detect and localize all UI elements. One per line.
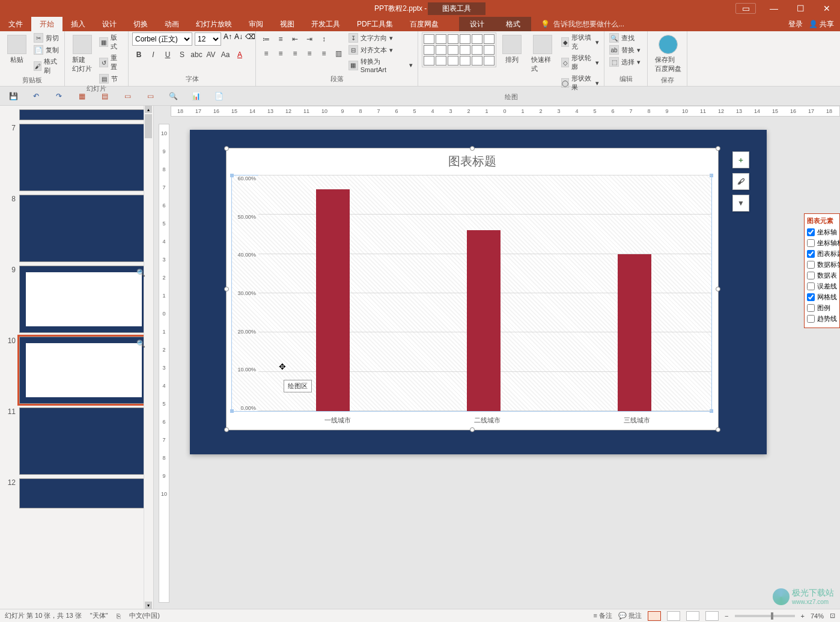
sorter-view-button[interactable] <box>667 611 680 621</box>
tab-slideshow[interactable]: 幻灯片放映 <box>187 17 240 31</box>
bar-1[interactable] <box>467 230 501 411</box>
shapes-gallery[interactable] <box>422 32 496 67</box>
decrease-font-icon[interactable]: A↓ <box>234 32 243 46</box>
zoom-level[interactable]: 74% <box>811 612 824 620</box>
format-painter-button[interactable]: 🖌格式刷 <box>32 56 61 76</box>
thumbnail-8[interactable]: 8 <box>5 195 148 262</box>
chart-element-option[interactable]: 坐标轴 <box>807 228 837 237</box>
smartart-button[interactable]: ▦转换为 SmartArt ▾ <box>347 56 414 74</box>
italic-button[interactable]: I <box>147 48 160 61</box>
plot-area[interactable]: 0.00%10.00%20.00%30.00%40.00%50.00%60.00… <box>231 175 712 412</box>
normal-view-button[interactable] <box>648 611 661 621</box>
bullets-button[interactable]: ≔ <box>260 32 273 46</box>
qat-icon-4[interactable]: ▭ <box>144 90 156 102</box>
slide-editor[interactable]: 1817161514131211109876543210123456789101… <box>154 106 840 609</box>
tab-insert[interactable]: 插入 <box>62 17 94 31</box>
slideshow-view-button[interactable] <box>705 611 719 621</box>
align-text-button[interactable]: ⊟对齐文本 ▾ <box>347 44 414 55</box>
align-left-button[interactable]: ≡ <box>260 47 273 60</box>
numbering-button[interactable]: ≡ <box>274 32 287 46</box>
notes-button[interactable]: ≡ 备注 <box>594 611 612 620</box>
font-family-select[interactable]: Corbel (正文) <box>132 32 192 46</box>
thumbnails-scrollbar[interactable]: ▴▾ <box>144 106 153 609</box>
tab-chart-design[interactable]: 设计 <box>459 17 495 31</box>
font-color-button[interactable]: A <box>233 48 246 61</box>
quick-styles-button[interactable]: 快速样式 <box>528 32 558 76</box>
chart-element-option[interactable]: 数据标签 <box>807 260 837 269</box>
chart-element-option[interactable]: 趋势线 <box>807 314 837 323</box>
tab-home[interactable]: 开始 <box>31 17 62 31</box>
comments-button[interactable]: 💬 批注 <box>618 611 642 620</box>
chart-element-checkbox[interactable] <box>807 293 815 301</box>
chart-element-checkbox[interactable] <box>807 261 815 269</box>
fit-window-button[interactable]: ⊡ <box>830 612 835 620</box>
chart-object[interactable]: 图表标题 0.00%10.00%20.00%30.00%40.00%50.00%… <box>226 148 719 430</box>
chart-element-checkbox[interactable] <box>807 315 815 323</box>
chart-styles-button[interactable]: 🖌 <box>732 173 749 190</box>
justify-button[interactable]: ≡ <box>303 47 316 60</box>
chart-title[interactable]: 图表标题 <box>227 148 718 174</box>
maximize-icon[interactable]: ☐ <box>787 0 814 17</box>
chart-element-option[interactable]: 图例 <box>807 303 837 313</box>
reading-view-button[interactable] <box>686 611 699 621</box>
distribute-button[interactable]: ≡ <box>317 47 330 60</box>
thumbnail-6-prev[interactable] <box>5 109 148 120</box>
qat-icon-7[interactable]: 📄 <box>213 90 225 102</box>
minimize-icon[interactable]: ― <box>761 0 787 17</box>
tab-animations[interactable]: 动画 <box>156 17 187 31</box>
tab-chart-format[interactable]: 格式 <box>495 17 531 31</box>
language-status[interactable]: 中文(中国) <box>129 611 160 620</box>
tab-file[interactable]: 文件 <box>0 17 31 31</box>
chart-element-checkbox[interactable] <box>807 228 815 236</box>
qat-icon-2[interactable]: ▤ <box>99 90 111 102</box>
chart-element-checkbox[interactable] <box>807 304 815 312</box>
replace-button[interactable]: ab替换 ▾ <box>608 44 642 55</box>
spacing-button[interactable]: AV <box>204 48 218 61</box>
chart-element-option[interactable]: 坐标轴标题 <box>807 239 837 248</box>
tab-devtools[interactable]: 开发工具 <box>303 17 348 31</box>
chart-element-option[interactable]: 数据表 <box>807 271 837 280</box>
chart-element-checkbox[interactable] <box>807 239 815 247</box>
qat-icon-3[interactable]: ▭ <box>121 90 133 102</box>
zoom-out-button[interactable]: − <box>725 612 728 620</box>
text-direction-button[interactable]: ↧文字方向 ▾ <box>347 32 414 43</box>
reset-button[interactable]: ↺重置 <box>98 53 124 72</box>
slide-thumbnails-pane[interactable]: 7 8 9🔍 10🔍 11 12 ▴▾ <box>0 106 154 609</box>
thumbnail-7[interactable]: 7 <box>5 124 148 191</box>
shape-effects-button[interactable]: ◯形状效果 ▾ <box>560 73 600 93</box>
undo-icon[interactable]: ↶ <box>30 90 42 102</box>
qat-icon-1[interactable]: ▦ <box>76 90 88 102</box>
chart-element-option[interactable]: 图表标题 <box>807 249 837 258</box>
paste-button[interactable]: 粘贴 <box>4 32 30 67</box>
find-button[interactable]: 🔍查找 <box>608 32 642 43</box>
qat-icon-5[interactable]: 🔍 <box>167 90 179 102</box>
bar-2[interactable] <box>618 254 651 411</box>
chart-filters-button[interactable]: ▼ <box>732 195 749 212</box>
shape-outline-button[interactable]: ◇形状轮廓 ▾ <box>560 53 600 72</box>
chart-element-option[interactable]: 误差线 <box>807 282 837 291</box>
align-right-button[interactable]: ≡ <box>288 47 302 60</box>
cut-button[interactable]: ✂剪切 <box>32 32 61 43</box>
slide-canvas[interactable]: 图表标题 0.00%10.00%20.00%30.00%40.00%50.00%… <box>190 130 767 454</box>
copy-button[interactable]: 📄复制 <box>32 44 61 55</box>
thumbnail-11[interactable]: 11 <box>5 407 148 475</box>
zoom-in-button[interactable]: + <box>801 612 805 620</box>
tab-pdftools[interactable]: PDF工具集 <box>348 17 401 31</box>
line-spacing-button[interactable]: ↕ <box>317 32 330 46</box>
chart-element-checkbox[interactable] <box>807 282 815 290</box>
tab-baidu[interactable]: 百度网盘 <box>401 17 447 31</box>
tab-transitions[interactable]: 切换 <box>125 17 156 31</box>
save-baidu-button[interactable]: 保存到 百度网盘 <box>651 32 685 76</box>
zoom-slider[interactable] <box>735 615 795 617</box>
font-size-select[interactable]: 12 <box>195 32 221 46</box>
bold-button[interactable]: B <box>132 48 145 61</box>
decrease-indent-button[interactable]: ⇤ <box>288 32 302 46</box>
arrange-button[interactable]: 排列 <box>499 32 525 67</box>
save-icon[interactable]: 💾 <box>7 90 19 102</box>
chart-elements-button[interactable]: ＋ <box>732 151 749 168</box>
share-button[interactable]: 👤 共享 <box>809 19 834 29</box>
bar-0[interactable] <box>316 189 350 411</box>
section-button[interactable]: ▤节 <box>98 73 124 84</box>
chart-element-checkbox[interactable] <box>807 250 815 258</box>
tab-review[interactable]: 审阅 <box>240 17 272 31</box>
